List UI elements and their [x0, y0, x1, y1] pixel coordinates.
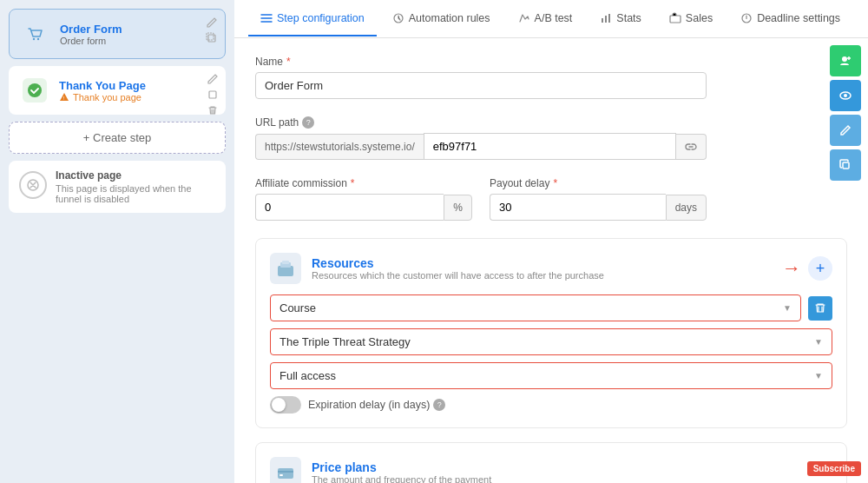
youtube-subscribe-badge[interactable]: Subscribe — [807, 461, 861, 476]
edit-sidebar-icon[interactable] — [206, 17, 218, 29]
delete-thankyou-icon[interactable] — [207, 104, 219, 116]
resources-title: Resources — [312, 256, 604, 270]
main-content: Name* URL path ? https://stewstutorials.… — [234, 38, 868, 483]
expiration-label: Expiration delay (in days) ? — [308, 399, 445, 411]
create-step-button[interactable]: + Create step — [9, 122, 226, 154]
resources-section: Resources Resources which the customer w… — [255, 238, 847, 428]
automation-icon — [392, 12, 404, 24]
resources-add-button[interactable]: + — [808, 256, 832, 281]
payout-delay-group: Payout delay* days — [490, 177, 707, 221]
svg-point-1 — [33, 38, 35, 40]
resources-icon — [270, 253, 301, 284]
url-path-label: URL path ? — [255, 116, 847, 129]
expiration-row: Expiration delay (in days) ? — [270, 396, 832, 414]
inactive-description: This page is displayed when the funnel i… — [56, 183, 215, 204]
sales-icon — [669, 12, 681, 24]
svg-rect-22 — [282, 261, 289, 264]
sidebar-order-form-subtitle: Order form — [60, 36, 214, 46]
svg-point-18 — [844, 94, 847, 97]
svg-rect-11 — [602, 18, 603, 23]
sidebar-item-order-form[interactable]: Order Form Order form — [9, 9, 226, 59]
main-wrapper: Step configuration Automation rules A/B … — [234, 0, 868, 483]
payout-req: * — [553, 177, 557, 189]
sidebar-order-form-content: Order Form Order form — [60, 23, 214, 46]
tab-deadline-settings[interactable]: Deadline settings — [728, 2, 852, 36]
affiliate-req: * — [351, 177, 355, 189]
resource-caret: ▼ — [814, 337, 823, 347]
preview-button[interactable] — [830, 80, 861, 111]
percent-suffix: % — [444, 195, 472, 221]
resources-text: Resources Resources which the customer w… — [312, 256, 604, 281]
svg-point-16 — [842, 56, 847, 62]
price-icon — [270, 457, 301, 483]
resources-subtitle: Resources which the customer will have a… — [312, 270, 604, 281]
url-suffix-input[interactable] — [424, 133, 676, 160]
tab-sales[interactable]: Sales — [657, 2, 725, 36]
commission-row: Affiliate commission* % Payout delay* da… — [255, 177, 707, 221]
sidebar: Order Form Order form Thank You Page ! T… — [0, 0, 234, 483]
edit-button[interactable] — [830, 115, 861, 146]
sidebar-thank-you-title: Thank You Page — [59, 79, 215, 92]
name-required: * — [286, 56, 291, 68]
sidebar-item-inactive: Inactive page This page is displayed whe… — [9, 161, 226, 213]
tab-automation-rules[interactable]: Automation rules — [380, 2, 503, 36]
tab-step-configuration[interactable]: Step configuration — [248, 2, 377, 36]
toggle-knob — [272, 398, 286, 412]
svg-rect-8 — [209, 91, 216, 98]
course-delete-button[interactable] — [808, 296, 832, 321]
resources-header: Resources Resources which the customer w… — [270, 253, 832, 284]
affiliate-input[interactable] — [255, 194, 444, 221]
access-dropdown[interactable]: Full access ▼ — [270, 362, 832, 389]
url-link-button[interactable] — [676, 134, 707, 160]
url-prefix: https://stewstutorials.systeme.io/ — [255, 134, 424, 160]
affiliate-label: Affiliate commission* — [255, 177, 472, 189]
tab-stats[interactable]: Stats — [588, 2, 654, 36]
sidebar-thank-you-actions — [207, 73, 219, 116]
svg-rect-0 — [23, 22, 48, 46]
url-help-icon[interactable]: ? — [302, 116, 314, 129]
svg-rect-23 — [278, 468, 293, 479]
course-dropdown-row: Course ▼ — [270, 294, 832, 321]
edit-thankyou-icon[interactable] — [207, 73, 219, 85]
payout-input[interactable] — [490, 194, 666, 221]
sidebar-item-thank-you[interactable]: Thank You Page ! Thank you page — [9, 66, 226, 115]
resource-dropdown-row: The Triple Threat Strategy ▼ — [270, 328, 832, 355]
check-icon — [19, 75, 50, 106]
step-config-icon — [260, 12, 273, 24]
payout-input-group: days — [490, 194, 707, 221]
copy-sidebar-icon[interactable] — [206, 32, 218, 44]
copy-thankyou-icon[interactable] — [207, 89, 219, 101]
inactive-icon — [19, 171, 47, 199]
name-input[interactable] — [255, 72, 707, 99]
sidebar-thank-you-warning: ! Thank you page — [59, 92, 215, 103]
expiration-toggle[interactable] — [270, 396, 301, 414]
resource-dropdown[interactable]: The Triple Threat Strategy ▼ — [270, 328, 832, 355]
duplicate-button[interactable] — [830, 149, 861, 181]
tab-bar: Step configuration Automation rules A/B … — [234, 0, 868, 38]
price-plans-header: Price plans The amount and frequency of … — [270, 457, 832, 483]
sidebar-order-form-title: Order Form — [60, 23, 214, 36]
name-section: Name* — [255, 56, 847, 99]
tab-ab-test[interactable]: A/B test — [506, 2, 585, 36]
arrow-indicator: → + — [782, 256, 832, 281]
course-dropdown[interactable]: Course ▼ — [270, 294, 801, 321]
svg-rect-12 — [605, 16, 607, 23]
add-contact-button[interactable] — [830, 45, 861, 76]
affiliate-input-group: % — [255, 194, 472, 221]
access-dropdown-row: Full access ▼ — [270, 362, 832, 389]
svg-rect-3 — [208, 35, 215, 42]
svg-rect-14 — [670, 16, 681, 23]
inactive-title: Inactive page — [56, 169, 215, 182]
svg-rect-13 — [608, 14, 610, 23]
sidebar-thank-you-content: Thank You Page ! Thank you page — [59, 79, 215, 103]
price-subtitle: The amount and frequency of the payment — [312, 474, 491, 483]
right-actions — [823, 38, 868, 188]
ab-test-icon — [518, 12, 530, 24]
name-label: Name* — [255, 56, 847, 68]
create-step-label: + Create step — [83, 131, 151, 144]
access-caret: ▼ — [814, 371, 823, 380]
price-text: Price plans The amount and frequency of … — [312, 460, 491, 483]
deadline-icon — [740, 12, 753, 24]
expiration-help-icon[interactable]: ? — [433, 399, 445, 411]
stats-icon — [600, 12, 612, 24]
